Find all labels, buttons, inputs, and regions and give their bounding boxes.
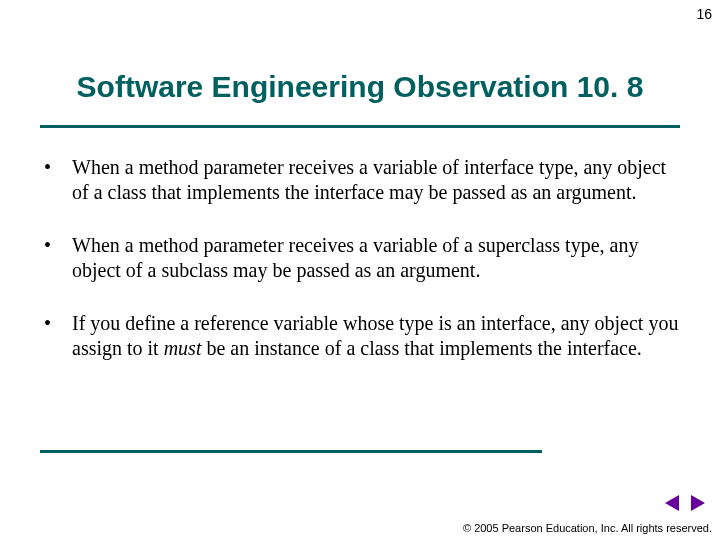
- bullet-text: If you define a reference variable whose…: [72, 311, 680, 361]
- slide-title: Software Engineering Observation 10. 8: [0, 70, 720, 104]
- bullet-text: When a method parameter receives a varia…: [72, 155, 680, 205]
- svg-marker-1: [691, 495, 705, 511]
- bullet-marker: •: [40, 311, 72, 336]
- bullet-text-italic: must: [164, 337, 202, 359]
- bullet-marker: •: [40, 233, 72, 258]
- bullet-item: • When a method parameter receives a var…: [40, 233, 680, 283]
- bullet-item: • When a method parameter receives a var…: [40, 155, 680, 205]
- next-button[interactable]: [688, 494, 706, 512]
- triangle-right-icon: [688, 494, 706, 512]
- nav-buttons: [664, 494, 706, 512]
- title-block: Software Engineering Observation 10. 8: [0, 70, 720, 104]
- footer-rule: [40, 450, 542, 453]
- bullet-marker: •: [40, 155, 72, 180]
- triangle-left-icon: [664, 494, 682, 512]
- bullet-text-span: When a method parameter receives a varia…: [72, 156, 666, 203]
- copyright-text: © 2005 Pearson Education, Inc. All right…: [463, 522, 712, 534]
- title-underline: [40, 125, 680, 128]
- content-area: • When a method parameter receives a var…: [40, 155, 680, 389]
- prev-button[interactable]: [664, 494, 682, 512]
- bullet-text: When a method parameter receives a varia…: [72, 233, 680, 283]
- page-number: 16: [696, 6, 712, 22]
- bullet-text-span: When a method parameter receives a varia…: [72, 234, 638, 281]
- bullet-text-suffix: be an instance of a class that implement…: [201, 337, 641, 359]
- svg-marker-0: [665, 495, 679, 511]
- bullet-item: • If you define a reference variable who…: [40, 311, 680, 361]
